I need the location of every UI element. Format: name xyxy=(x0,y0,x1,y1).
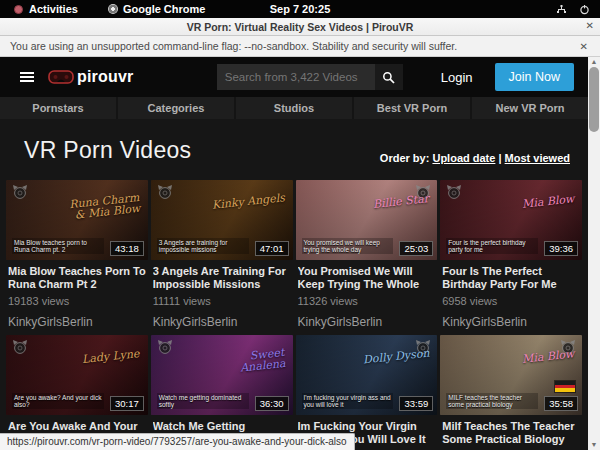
warning-close-icon[interactable]: ✕ xyxy=(580,41,588,52)
video-card[interactable]: Mia Blow MILF teaches the teacher some p… xyxy=(440,335,582,450)
search-button[interactable] xyxy=(375,64,403,90)
thumbnail-caption: Mia Blow teaches porn to Runa Charm pt. … xyxy=(12,238,104,254)
studio-cat-mask-icon xyxy=(446,185,462,203)
nav-item-studios[interactable]: Studios xyxy=(236,97,352,119)
scrollbar-thumb[interactable] xyxy=(589,67,599,132)
studio-cat-mask-icon xyxy=(12,340,28,358)
studio-cat-mask-icon xyxy=(157,340,173,358)
system-top-bar: Activities Google Chrome Sep 7 20:25 xyxy=(0,0,600,18)
search-form xyxy=(217,64,403,90)
view-count: 11326 views xyxy=(298,295,436,307)
video-card[interactable]: Runa Charm & Mia Blow Mia Blow teaches p… xyxy=(6,180,148,329)
studio-link[interactable]: KinkyGirlsBerlin xyxy=(442,315,580,329)
order-by-label: Order by: xyxy=(380,152,430,164)
warning-text: You are using an unsupported command-lin… xyxy=(10,40,457,52)
video-thumbnail[interactable]: Billie Star You promised we will keep tr… xyxy=(296,180,438,260)
order-upload-date-link[interactable]: Upload date xyxy=(432,152,495,164)
view-count: 11111 views xyxy=(153,295,291,307)
video-thumbnail[interactable]: Kinky Angels 3 Angels are training for i… xyxy=(151,180,293,260)
page-title: VR Porn Videos xyxy=(24,137,191,164)
video-card[interactable]: Billie Star You promised we will keep tr… xyxy=(296,180,438,329)
login-link[interactable]: Login xyxy=(441,70,473,85)
duration-badge: 43:18 xyxy=(110,241,144,256)
scroll-up-icon[interactable]: ▲ xyxy=(588,57,600,67)
video-title[interactable]: You Promised We Will Keep Trying The Who… xyxy=(298,265,436,290)
order-separator: | xyxy=(498,152,501,164)
studio-link[interactable]: KinkyGirlsBerlin xyxy=(8,315,146,329)
video-thumbnail[interactable]: Mia Blow MILF teaches the teacher some p… xyxy=(440,335,582,415)
browser-titlebar: VR Porn: Virtual Reality Sex Videos | Pi… xyxy=(0,18,600,36)
thumbnail-caption: Watch me getting dominated softly xyxy=(157,393,249,409)
studio-cat-mask-icon xyxy=(12,185,28,203)
view-count: 19183 views xyxy=(8,295,146,307)
site-logo[interactable]: pirouvr xyxy=(48,68,134,86)
duration-badge: 36:30 xyxy=(255,396,289,411)
sandbox-warning-bar: You are using an unsupported command-lin… xyxy=(0,36,600,57)
screen: Activities Google Chrome Sep 7 20:25 VR … xyxy=(0,0,600,450)
duration-badge: 33:59 xyxy=(399,396,433,411)
video-card[interactable]: Mia Blow Four is the perfect birthday pa… xyxy=(440,180,582,329)
nav-item-pornstars[interactable]: Pornstars xyxy=(0,97,116,119)
video-thumbnail[interactable]: Lady Lyne Are you awake? And your dick a… xyxy=(6,335,148,415)
vr-goggles-icon xyxy=(48,69,74,85)
window-close-icon[interactable]: ✕ xyxy=(586,20,594,31)
studio-cat-mask-icon xyxy=(157,185,173,203)
join-now-button[interactable]: Join Now xyxy=(495,63,574,91)
duration-badge: 47:01 xyxy=(255,241,289,256)
search-icon xyxy=(382,71,395,84)
studio-link[interactable]: KinkyGirlsBerlin xyxy=(298,315,436,329)
thumbnail-caption: 3 Angels are training for impossible mis… xyxy=(157,238,249,254)
video-card[interactable]: Kinky Angels 3 Angels are training for i… xyxy=(151,180,293,329)
order-by: Order by: Upload date | Most viewed xyxy=(380,152,570,164)
browser-viewport: pirouvr Login Join Now PornstarsCategori… xyxy=(0,57,600,450)
video-thumbnail[interactable]: Dolly Dyson I'm fucking your virgin ass … xyxy=(296,335,438,415)
menu-icon[interactable] xyxy=(20,72,34,82)
status-url-bar: https://pirouvr.com/vr-porn-video/779325… xyxy=(0,433,355,450)
network-icon[interactable] xyxy=(556,4,567,15)
video-title[interactable]: Four Is The Perfect Birthday Party For M… xyxy=(442,265,580,290)
thumbnail-caption: Are you awake? And your dick also? xyxy=(12,393,104,409)
duration-badge: 30:17 xyxy=(110,396,144,411)
page-scrollbar[interactable]: ▲ ▼ xyxy=(588,57,600,450)
duration-badge: 25:03 xyxy=(399,241,433,256)
thumbnail-caption: MILF teaches the teacher some practical … xyxy=(446,393,538,409)
thumbnail-caption: Four is the perfect birthday party for m… xyxy=(446,238,538,254)
tab-title: VR Porn: Virtual Reality Sex Videos | Pi… xyxy=(187,21,414,33)
thumbnail-caption: I'm fucking your virgin ass and you will… xyxy=(302,393,394,409)
main-nav: PornstarsCategoriesStudiosBest VR PornNe… xyxy=(0,97,588,119)
site-header: pirouvr Login Join Now xyxy=(0,57,588,97)
german-flag-icon xyxy=(554,380,576,393)
thumbnail-caption: You promised we will keep trying the who… xyxy=(302,238,394,254)
nav-item-best-vr-porn[interactable]: Best VR Porn xyxy=(354,97,470,119)
duration-badge: 39:36 xyxy=(544,241,578,256)
view-count: 6958 views xyxy=(442,295,580,307)
clock[interactable]: Sep 7 20:25 xyxy=(0,3,600,15)
video-title[interactable]: 3 Angels Are Training For Impossible Mis… xyxy=(153,265,291,290)
video-title[interactable]: Mia Blow Teaches Porn To Runa Charm Pt 2 xyxy=(8,265,146,290)
power-icon[interactable] xyxy=(579,4,590,15)
scroll-down-icon[interactable]: ▼ xyxy=(588,440,600,450)
studio-link[interactable]: KinkyGirlsBerlin xyxy=(153,315,291,329)
search-input[interactable] xyxy=(217,64,375,90)
site-logo-text: pirouvr xyxy=(77,68,134,86)
nav-item-categories[interactable]: Categories xyxy=(118,97,234,119)
video-thumbnail[interactable]: Runa Charm & Mia Blow Mia Blow teaches p… xyxy=(6,180,148,260)
video-title[interactable]: Milf Teaches The Teacher Some Practical … xyxy=(442,420,580,445)
video-thumbnail[interactable]: Mia Blow Four is the perfect birthday pa… xyxy=(440,180,582,260)
nav-item-new-vr-porn[interactable]: New VR Porn xyxy=(472,97,588,119)
duration-badge: 35:58 xyxy=(544,396,578,411)
video-grid: Runa Charm & Mia Blow Mia Blow teaches p… xyxy=(0,180,588,450)
order-most-viewed-link[interactable]: Most viewed xyxy=(505,152,570,164)
video-thumbnail[interactable]: Sweet Analena Watch me getting dominated… xyxy=(151,335,293,415)
page-title-row: VR Porn Videos Order by: Upload date | M… xyxy=(0,119,588,180)
